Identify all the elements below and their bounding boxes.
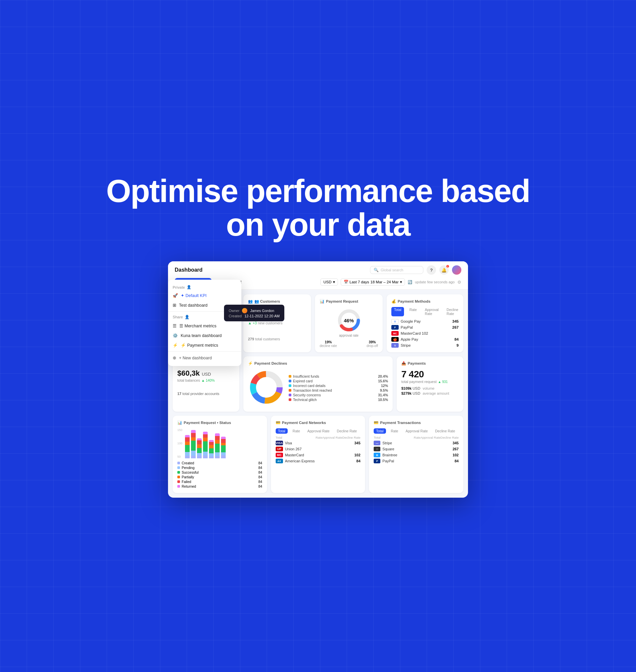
payment-request-card: 📊 Payment Request 46% — [315, 294, 383, 352]
decline-item-2: Expired card 15.6% — [289, 379, 388, 383]
paypal-trans-count: 84 — [448, 459, 459, 463]
stripe-trans-icon: — — [374, 441, 380, 445]
networks-tab-total[interactable]: Total — [276, 428, 288, 434]
dashboard-wrapper: Private 👤 🚀 ✦ Default KPI ⊞ Test dashboa… — [168, 261, 468, 498]
networks-tab-approval[interactable]: Approval Rate — [305, 428, 332, 434]
dot-successful — [177, 471, 180, 474]
methods-tab-rate[interactable]: Rate — [407, 307, 419, 316]
dropdown-item-kuna-team[interactable]: ⚙️ Kuna team dashboard — [168, 331, 241, 340]
stripe-icon: S — [391, 343, 399, 348]
methods-tab-total[interactable]: Total — [391, 307, 404, 316]
count-created: 84 — [258, 461, 262, 465]
decline-dot-1 — [289, 375, 291, 378]
dropdown-item-payment-metrics[interactable]: ⚡ ⚡ Payment metrics — [168, 340, 241, 350]
paypal-icon: P — [391, 325, 399, 330]
bar-6 — [215, 433, 220, 458]
payment-declines-card: ⚡ Payment Declines — [243, 356, 393, 412]
union-pay-icon: UP — [276, 447, 283, 451]
trans-stripe: — Stripe 345 — [374, 441, 459, 445]
help-button[interactable]: ? — [427, 265, 436, 275]
row-3: 📊 Payment Request • Status 150 100 50 — [173, 416, 463, 493]
search-bar[interactable]: 🔍 Global search — [370, 266, 423, 274]
header-right: 🔍 Global search ? 🔔 1 — [370, 265, 461, 275]
payments-title: 📥 Payments — [401, 361, 459, 365]
transactions-list: — Stripe 345 □ Square 267 B — [374, 441, 459, 463]
decline-pct-1: 20.4% — [378, 374, 388, 378]
decline-label-1: Insufficient funds — [293, 374, 319, 378]
dropdown-item-merchant-metrics[interactable]: ☰ ☰ Merchant metrics — [168, 321, 241, 331]
declines-content: Insufficient funds 20.4% Expired card — [248, 369, 388, 407]
decline-dot-6 — [289, 398, 291, 401]
approval-rate-center: 46% — [344, 318, 354, 323]
label-failed: Failed — [182, 480, 191, 484]
user-avatar[interactable] — [452, 265, 461, 275]
decline-label: decline rate — [320, 344, 337, 348]
payment-request-icon: 📊 — [320, 299, 324, 304]
payment-methods-icon: 💰 — [391, 299, 396, 304]
google-pay-name: Google Pay — [401, 319, 421, 323]
customers-icon: 👥 — [248, 299, 253, 304]
methods-tab-decline[interactable]: Decline Rate — [444, 307, 461, 316]
settings-icon[interactable]: ⚙ — [457, 280, 461, 285]
stripe-trans-name: Stripe — [382, 441, 448, 445]
stripe-name: Stripe — [401, 343, 411, 347]
decline-label-4: Transaction limit reached — [293, 388, 332, 392]
label-created: Created — [182, 461, 194, 465]
currency-selector[interactable]: USD ▾ — [320, 278, 338, 286]
count-failed: 84 — [258, 480, 262, 484]
customers-card-title: 👥 👥 Customers — [248, 299, 306, 304]
methods-list: G Google Pay 345 P PayPal 267 — [391, 319, 459, 348]
trans-tab-rate[interactable]: Rate — [389, 428, 401, 434]
networks-col-headers: Total Rate Approval Rate Decline Rate — [276, 436, 361, 439]
balance-amount: $60,3k USD — [177, 369, 235, 378]
networks-tab-rate[interactable]: Rate — [290, 428, 302, 434]
decline-pct-4: 9.5% — [380, 388, 388, 392]
transactions-col-headers: Total Rate Approval Rate Decline Rate — [374, 436, 459, 439]
trans-tab-approval[interactable]: Approval Rate — [403, 428, 430, 434]
payments-sub: total payment request ▲ 931 — [401, 380, 459, 384]
label-successful: Successful — [182, 470, 199, 474]
union-name: Union 267 — [285, 447, 350, 451]
notifications-button[interactable]: 🔔 1 — [439, 265, 449, 275]
trans-tab-decline[interactable]: Decline Rate — [433, 428, 457, 434]
network-union: UP Union 267 — [276, 447, 361, 451]
dashboard-dropdown: Private 👤 🚀 ✦ Default KPI ⊞ Test dashboa… — [168, 280, 241, 366]
count-returned: 84 — [258, 484, 262, 488]
square-icon: □ — [374, 447, 380, 451]
bar-1 — [185, 435, 190, 458]
method-row-stripe: S Stripe 9 — [391, 343, 459, 348]
paypal-trans-name: PayPal — [382, 459, 448, 463]
decline-dot-3 — [289, 384, 291, 387]
label-returned: Returned — [182, 484, 196, 488]
mastercard-name: MasterCard 102 — [401, 331, 428, 335]
page-wrapper: Optimise performance based on your data … — [0, 154, 636, 518]
networks-tab-decline[interactable]: Decline Rate — [335, 428, 359, 434]
method-row-paypal: P PayPal 267 — [391, 325, 459, 330]
decline-label-3: Incorrect card details — [293, 384, 325, 388]
visa-icon: VISA — [276, 441, 283, 445]
dot-failed — [177, 480, 180, 483]
declines-icon: ⚡ — [248, 361, 253, 365]
dropdown-private-label: Private 👤 — [173, 285, 237, 289]
amex-icon: AX — [276, 459, 283, 463]
legend-created: Created 84 — [177, 461, 262, 465]
decline-pct-2: 15.6% — [378, 379, 388, 383]
dropdown-item-default-kpi[interactable]: 🚀 ✦ Default KPI — [168, 291, 241, 300]
payment-methods-title: 💰 Payment Methods — [391, 299, 459, 304]
methods-tab-approval[interactable]: Approval Rate — [422, 307, 441, 316]
network-amex: AX American Express 84 — [276, 459, 361, 463]
decline-pct-3: 12% — [381, 384, 388, 388]
status-legend: Created 84 Pending 84 — [177, 461, 262, 488]
dropdown-item-new-dashboard[interactable]: ⊕ + New dashboard — [168, 353, 241, 363]
chart-yaxis: 150 100 50 — [177, 428, 184, 458]
bar-4 — [203, 432, 208, 458]
legend-returned: Returned 84 — [177, 484, 262, 488]
date-range-selector[interactable]: 📅 Last 7 days 18 Mar – 24 Mar ▾ — [341, 278, 405, 286]
decline-item-1: Insufficient funds 20.4% — [289, 374, 388, 378]
trans-tab-total[interactable]: Total — [374, 428, 386, 434]
payments-total: 7 420 — [401, 369, 459, 380]
declines-title: ⚡ Payment Declines — [248, 361, 388, 365]
mc-network-name: MasterCard — [285, 453, 350, 457]
decline-item-4: Transaction limit reached 9.5% — [289, 388, 388, 392]
network-mc: MC MasterCard 102 — [276, 453, 361, 457]
